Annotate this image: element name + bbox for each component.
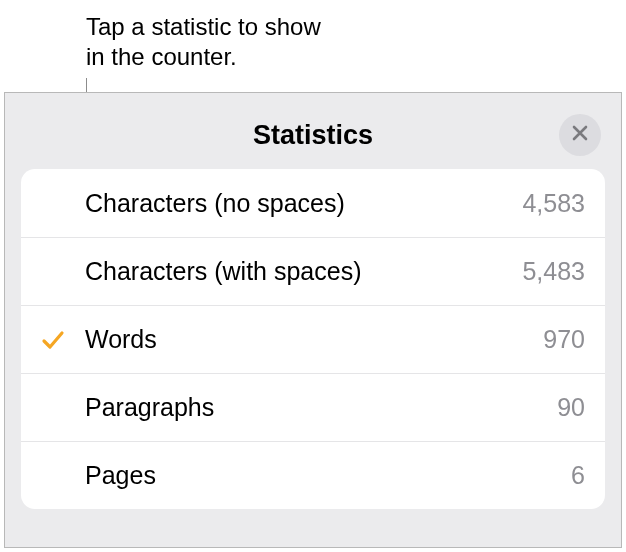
- stat-row-characters-with-spaces[interactable]: Characters (with spaces) 5,483: [21, 237, 605, 305]
- close-button[interactable]: [559, 114, 601, 156]
- stat-value: 970: [543, 325, 585, 354]
- stat-row-words[interactable]: Words 970: [21, 305, 605, 373]
- stat-row-pages[interactable]: Pages 6: [21, 441, 605, 509]
- stat-label: Paragraphs: [85, 393, 557, 422]
- callout-text: Tap a statistic to show in the counter.: [86, 12, 346, 72]
- stat-row-characters-no-spaces[interactable]: Characters (no spaces) 4,583: [21, 169, 605, 237]
- stat-value: 90: [557, 393, 585, 422]
- stat-value: 4,583: [522, 189, 585, 218]
- statistics-list: Characters (no spaces) 4,583 Characters …: [21, 169, 605, 509]
- stat-row-paragraphs[interactable]: Paragraphs 90: [21, 373, 605, 441]
- close-icon: [571, 124, 589, 146]
- stat-label: Words: [85, 325, 543, 354]
- stat-value: 5,483: [522, 257, 585, 286]
- stat-label: Pages: [85, 461, 571, 490]
- popover-title: Statistics: [253, 120, 373, 151]
- statistics-popover: Statistics Characters (no spaces) 4,583 …: [4, 92, 622, 548]
- stat-value: 6: [571, 461, 585, 490]
- stat-label: Characters (with spaces): [85, 257, 522, 286]
- stat-label: Characters (no spaces): [85, 189, 522, 218]
- checkmark-icon: [40, 327, 66, 353]
